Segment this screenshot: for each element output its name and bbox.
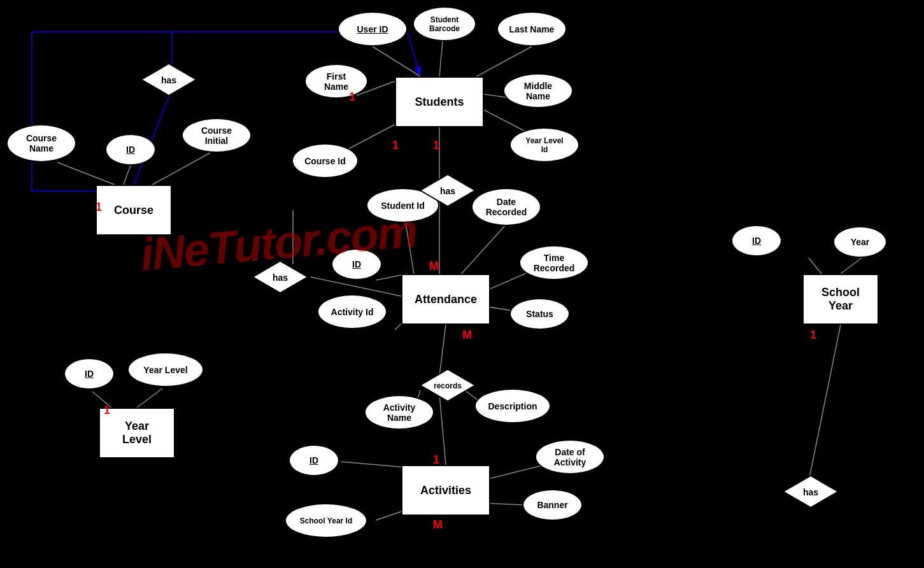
- mult-sy-1: 1: [810, 329, 816, 342]
- dateofactivity-ellipse: Date ofActivity: [535, 439, 605, 474]
- schoolyear-entity: SchoolYear: [802, 274, 879, 325]
- status-label: Status: [526, 309, 553, 319]
- svg-line-36: [841, 258, 862, 274]
- svg-line-35: [809, 258, 821, 274]
- firstname-ellipse: FirstName: [304, 64, 368, 99]
- has-course-diamond: has: [140, 62, 197, 97]
- activityid-ellipse: Activity Id: [317, 294, 387, 329]
- has-attendance-diamond: has: [419, 173, 476, 208]
- students-entity: Students: [395, 76, 484, 127]
- mult-students-1b: 1: [392, 139, 399, 152]
- banner-ellipse: Banner: [522, 489, 583, 521]
- students-label: Students: [415, 96, 464, 109]
- studentid-att-label: Student Id: [381, 201, 424, 211]
- activities-label: Activities: [420, 484, 471, 497]
- activityid-label: Activity Id: [331, 307, 374, 317]
- course-label: Course: [114, 204, 153, 217]
- studentbarcode-ellipse: StudentBarcode: [413, 6, 476, 41]
- svg-line-16: [146, 153, 210, 188]
- firstname-label: FirstName: [324, 71, 348, 92]
- timerecorded-ellipse: TimeRecorded: [519, 245, 589, 280]
- att-id-ellipse: ID: [331, 248, 382, 280]
- courseid2-label: ID: [126, 145, 135, 155]
- att-id-label: ID: [352, 259, 361, 269]
- studentbarcode-label: StudentBarcode: [429, 15, 460, 33]
- yearlevelid-ellipse: Year LevelId: [509, 127, 579, 162]
- yl-yearlevel-ellipse: Year Level: [127, 352, 204, 387]
- erd-diagram: Students Course Attendance Activities Ye…: [0, 0, 924, 568]
- mult-attendance-M: M: [429, 260, 439, 273]
- sy-id-ellipse: ID: [731, 225, 782, 257]
- svg-line-1: [439, 41, 443, 76]
- mult-yl-1: 1: [104, 404, 110, 417]
- sy-id-label: ID: [752, 236, 761, 246]
- timerecorded-label: TimeRecorded: [534, 253, 575, 273]
- act-id-label: ID: [309, 455, 318, 465]
- lastname-label: Last Name: [509, 24, 555, 34]
- schoolyearid-label: School Year Id: [300, 516, 352, 525]
- yearlevel-label: YearLevel: [122, 420, 152, 446]
- mult-activities-M: M: [433, 518, 443, 532]
- dateofactivity-label: Date ofActivity: [554, 447, 586, 467]
- courseid2-ellipse: ID: [105, 134, 156, 166]
- records-label: records: [434, 381, 462, 390]
- mult-course-1: 1: [96, 201, 102, 214]
- description-ellipse: Description: [474, 388, 551, 423]
- status-ellipse: Status: [509, 298, 570, 330]
- svg-line-37: [809, 325, 841, 481]
- mult-students-1a: 1: [349, 90, 355, 104]
- svg-line-34: [137, 388, 162, 408]
- schoolyearid-ellipse: School Year Id: [285, 503, 367, 538]
- daterecorded-label: DateRecorded: [486, 197, 527, 217]
- banner-label: Banner: [537, 500, 567, 510]
- mult-students-1c: 1: [433, 139, 439, 152]
- schoolyear-label: SchoolYear: [821, 286, 860, 313]
- daterecorded-ellipse: DateRecorded: [471, 188, 541, 226]
- activityname-label: ActivityName: [383, 402, 416, 423]
- userid-ellipse: User ID: [338, 11, 408, 46]
- act-id-ellipse: ID: [288, 444, 339, 476]
- sy-year-label: Year: [851, 237, 870, 247]
- userid-label: User ID: [357, 24, 388, 34]
- course-entity: Course: [96, 185, 172, 236]
- has-activities-diamond: has: [252, 260, 309, 295]
- courseid-label: Course Id: [304, 156, 346, 166]
- middlename-label: MiddleName: [524, 81, 552, 101]
- attendance-entity: Attendance: [401, 274, 490, 325]
- lastname-ellipse: Last Name: [497, 11, 567, 46]
- svg-line-26: [439, 394, 446, 465]
- svg-line-14: [57, 162, 115, 185]
- yearlevelid-label: Year LevelId: [525, 136, 563, 154]
- has-sy-diamond: has: [782, 474, 839, 509]
- description-label: Description: [488, 401, 537, 411]
- has-sy-label: has: [803, 487, 818, 497]
- yl-yearlevel-label: Year Level: [143, 365, 187, 375]
- svg-line-17: [406, 223, 414, 274]
- coursename-label: CourseName: [26, 133, 57, 153]
- records-diamond: records: [419, 368, 476, 403]
- coursename-ellipse: CourseName: [6, 124, 76, 162]
- svg-line-39: [408, 32, 420, 76]
- has-activities-label: has: [273, 273, 288, 283]
- has-attendance-label: has: [440, 186, 455, 196]
- mult-activities-1: 1: [433, 453, 439, 467]
- activities-entity: Activities: [401, 465, 490, 516]
- svg-line-18: [458, 224, 506, 277]
- attendance-label: Attendance: [415, 293, 477, 306]
- mult-attendance-M2: M: [462, 329, 472, 342]
- sy-year-ellipse: Year: [833, 226, 887, 258]
- courseinitial-label: CourseInitial: [201, 125, 232, 146]
- courseid-ellipse: Course Id: [292, 143, 359, 178]
- yl-id-label: ID: [85, 369, 94, 379]
- has-course-label: has: [161, 75, 176, 85]
- courseinitial-ellipse: CourseInitial: [181, 118, 252, 153]
- yl-id-ellipse: ID: [64, 358, 115, 390]
- svg-line-0: [373, 46, 420, 76]
- middlename-ellipse: MiddleName: [503, 73, 573, 108]
